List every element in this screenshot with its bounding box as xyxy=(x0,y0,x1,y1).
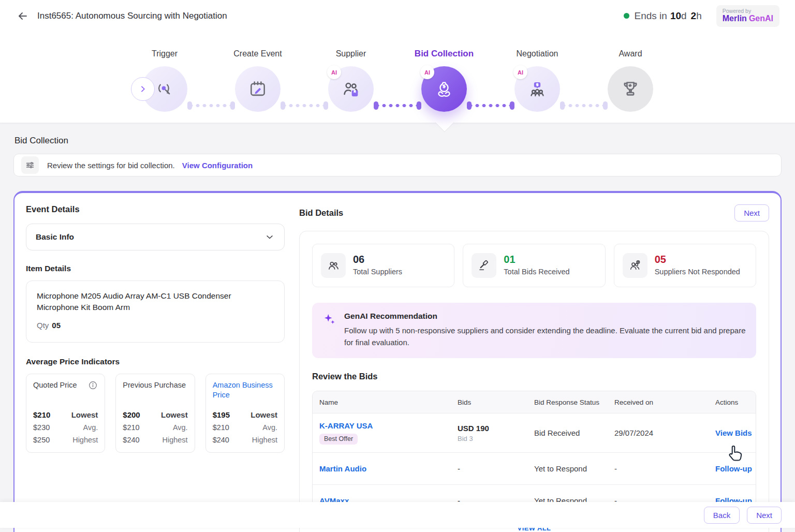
quoted-price-card: Quoted Price $210Lowest $230Avg. $250Hig… xyxy=(26,374,105,453)
sparkles-icon xyxy=(322,313,336,348)
not-responded-stat: 05 Suppliers Not Responded xyxy=(614,244,756,287)
back-button-footer[interactable]: Back xyxy=(704,507,740,524)
basic-info-select[interactable]: Basic Info xyxy=(26,224,285,250)
next-button-footer[interactable]: Next xyxy=(747,507,782,524)
item-quantity: Qty05 xyxy=(37,321,274,330)
step-create-event-circle[interactable] xyxy=(235,66,281,112)
price-value: $250 xyxy=(33,436,50,444)
ends-in-label: Ends in xyxy=(635,10,667,22)
received-date: - xyxy=(614,464,715,473)
amazon-business-price-card: Amazon Business Price $195Lowest $210Avg… xyxy=(205,374,285,453)
col-received: Received on xyxy=(614,398,715,406)
col-status: Bid Response Status xyxy=(534,398,614,406)
bid-collection-icon xyxy=(434,79,454,99)
review-bids-title: Review the Bids xyxy=(312,372,756,381)
ends-in-timer: Ends in 10 d 2 h xyxy=(624,10,703,22)
step-award-circle[interactable] xyxy=(608,66,653,112)
step-bid-collection-label: Bid Collection xyxy=(415,49,474,59)
ai-badge: AI xyxy=(420,65,434,79)
bid-amount: - xyxy=(458,464,534,473)
chevron-right-icon xyxy=(138,84,148,94)
ai-badge: AI xyxy=(327,65,341,79)
stepper-collapse-button[interactable] xyxy=(131,77,155,101)
total-bids-stat: 01 Total Bids Received xyxy=(463,244,605,287)
page-content: Bid Collection Review the settings for b… xyxy=(0,123,795,532)
stepper-steps: Trigger Create Event xyxy=(118,49,677,112)
back-button[interactable] xyxy=(16,9,30,23)
step-trigger-label: Trigger xyxy=(152,49,178,59)
step-create-event: Create Event xyxy=(211,49,304,112)
bid-stats: 06 Total Suppliers xyxy=(312,244,756,287)
total-suppliers-stat: 06 Total Suppliers xyxy=(312,244,454,287)
genai-body: Follow up with 5 non-responsive supplier… xyxy=(344,325,746,348)
price-label: Highest xyxy=(72,436,98,444)
price-label: Lowest xyxy=(71,410,98,419)
price-value: $240 xyxy=(123,436,139,444)
table-row: Martin Audio - Yet to Respond - Follow-u… xyxy=(313,452,756,484)
bid-status: Bid Received xyxy=(534,428,614,437)
page-title: Inst6565: Autonomous Sourcing with Negot… xyxy=(37,11,227,21)
basic-info-label: Basic Info xyxy=(36,232,74,242)
qty-label: Qty xyxy=(37,321,49,330)
price-indicator-cards: Quoted Price $210Lowest $230Avg. $250Hig… xyxy=(26,374,285,453)
negotiation-icon xyxy=(527,79,548,99)
price-value: $210 xyxy=(213,423,229,432)
step-bid-collection-circle[interactable]: AI xyxy=(421,66,467,112)
ends-hours-unit: h xyxy=(696,10,702,22)
view-configuration-link[interactable]: View Configuration xyxy=(182,161,253,170)
step-negotiation: Negotiation AI xyxy=(491,49,584,112)
amazon-business-price-title[interactable]: Amazon Business Price xyxy=(213,380,277,400)
ends-days-value: 10 xyxy=(670,10,681,22)
item-details-card: Microphone M205 Audio Array AM-C1 USB Co… xyxy=(26,280,285,343)
ends-hours-value: 2 xyxy=(691,10,697,22)
view-bids-link[interactable]: View Bids xyxy=(715,428,752,437)
step-supplier-circle[interactable]: AI xyxy=(328,66,374,112)
trigger-icon xyxy=(155,79,174,99)
total-bids-label: Total Bids Received xyxy=(504,267,569,277)
sliders-icon xyxy=(21,156,39,174)
brand-genai: GenAI xyxy=(749,14,773,23)
previous-purchase-title: Previous Purchase xyxy=(123,380,186,390)
quoted-price-title: Quoted Price xyxy=(33,380,77,390)
bids-table-header: Name Bids Bid Response Status Received o… xyxy=(313,391,756,413)
info-icon[interactable] xyxy=(88,380,98,390)
powered-by-label: Powered by xyxy=(723,8,773,14)
bid-details-next-button[interactable]: Next xyxy=(734,204,769,221)
genai-recommendation-banner: GenAI Recommendation Follow up with 5 no… xyxy=(312,303,756,358)
brand-merlin: Merlin xyxy=(723,14,747,23)
top-band: Inst6565: Autonomous Sourcing with Negot… xyxy=(0,0,795,123)
supplier-users-icon xyxy=(341,79,361,99)
bids-table: Name Bids Bid Response Status Received o… xyxy=(312,391,756,517)
users-x-icon xyxy=(623,253,647,278)
genai-title: GenAI Recommendation xyxy=(344,312,746,321)
bid-status: Yet to Respond xyxy=(534,464,614,473)
qty-value: 05 xyxy=(52,321,61,330)
price-value: $230 xyxy=(33,423,50,432)
trophy-icon xyxy=(620,79,641,99)
price-label: Highest xyxy=(162,436,187,444)
step-award: Award xyxy=(584,49,677,112)
chevron-down-icon xyxy=(264,232,275,242)
supplier-link[interactable]: K-ARRAY USA xyxy=(319,421,373,430)
hand-cursor-icon xyxy=(725,443,744,463)
price-value: $210 xyxy=(33,410,50,419)
event-details-column: Event Details Basic Info Item Details Mi… xyxy=(26,204,285,453)
col-actions: Actions xyxy=(715,398,756,406)
powered-by-badge: Powered by MerlinGenAI xyxy=(716,5,779,27)
not-responded-label: Suppliers Not Responded xyxy=(655,267,740,277)
follow-up-link[interactable]: Follow-up xyxy=(715,464,752,473)
footer-bar: Back Next xyxy=(0,502,795,528)
price-value: $200 xyxy=(123,410,140,419)
step-supplier-label: Supplier xyxy=(336,49,366,59)
bid-collection-panel: Event Details Basic Info Item Details Mi… xyxy=(13,191,782,532)
topbar: Inst6565: Autonomous Sourcing with Negot… xyxy=(0,0,795,32)
price-label: Lowest xyxy=(251,410,277,419)
brand-logo: MerlinGenAI xyxy=(723,14,773,23)
step-negotiation-circle[interactable]: AI xyxy=(514,66,560,112)
previous-purchase-card: Previous Purchase $200Lowest $210Avg. $2… xyxy=(115,374,195,453)
not-responded-value: 05 xyxy=(655,254,740,265)
users-icon xyxy=(321,253,346,278)
price-label: Avg. xyxy=(262,423,277,432)
supplier-link[interactable]: Martin Audio xyxy=(319,464,366,473)
workflow-stepper: Trigger Create Event xyxy=(118,32,677,112)
